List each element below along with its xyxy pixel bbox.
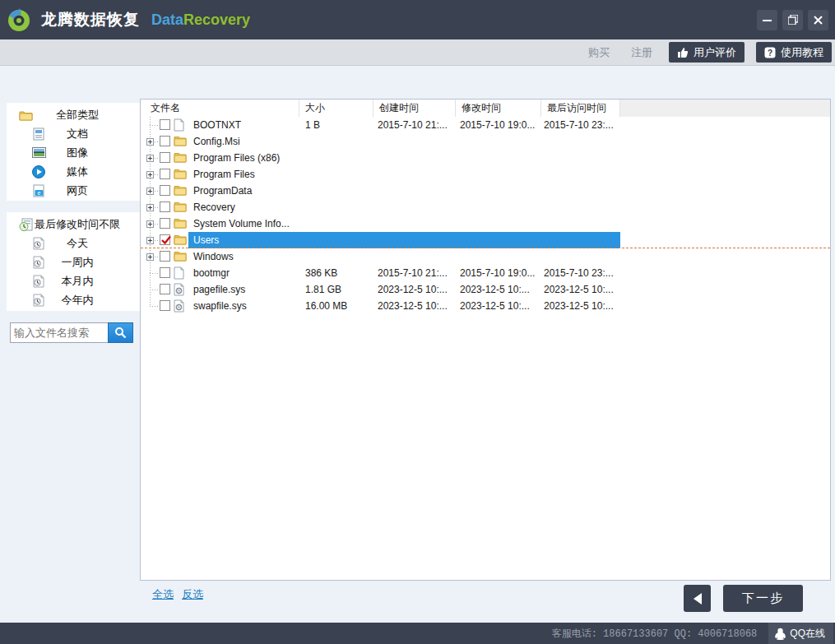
time-filter-item[interactable]: 一周内 <box>7 253 140 271</box>
expand-plus-icon[interactable] <box>146 204 154 211</box>
folder-yellow-icon <box>18 108 33 123</box>
row-name[interactable]: ProgramData <box>191 183 254 199</box>
back-button[interactable] <box>684 585 711 612</box>
row-name[interactable]: Program Files <box>191 166 257 183</box>
row-name[interactable]: Config.Msi <box>191 133 243 150</box>
time-filter-item[interactable]: 最后修改时间不限 <box>7 215 140 234</box>
expand-plus-icon[interactable] <box>146 237 154 244</box>
qq-online-button[interactable]: QQ在线 <box>768 623 833 644</box>
folder-icon <box>174 250 187 263</box>
brand-title: DataRecovery <box>151 12 250 29</box>
row-name[interactable]: Windows <box>191 248 236 265</box>
row-name[interactable]: swapfile.sys <box>191 298 249 314</box>
folder-icon <box>174 168 187 181</box>
type-filter-label: 图像 <box>7 146 140 160</box>
expand-plus-icon[interactable] <box>146 253 154 261</box>
row-accessed: 2023-12-5 10:... <box>544 298 614 314</box>
register-link[interactable]: 注册 <box>626 45 657 60</box>
row-checkbox[interactable] <box>160 169 170 179</box>
table-row[interactable]: swapfile.sys16.00 MB2023-12-5 10:...2023… <box>141 298 830 314</box>
select-all-link[interactable]: 全选 <box>152 587 174 602</box>
column-header[interactable]: 大小 <box>299 100 373 117</box>
row-checkbox[interactable] <box>160 202 170 212</box>
close-button[interactable] <box>808 10 828 30</box>
window-controls <box>757 10 828 30</box>
column-header[interactable]: 创建时间 <box>373 100 456 117</box>
column-header[interactable]: 最后访问时间 <box>541 100 620 117</box>
type-filter-label: 媒体 <box>7 164 140 179</box>
row-checkbox[interactable] <box>160 218 170 229</box>
expand-plus-icon[interactable] <box>146 188 154 195</box>
row-checkbox[interactable] <box>160 267 170 278</box>
time-filter-item[interactable]: 今年内 <box>7 290 140 309</box>
row-name[interactable]: pagefile.sys <box>191 281 248 298</box>
type-filter-item[interactable]: 图像 <box>7 143 140 162</box>
time-filter-item[interactable]: 本月内 <box>7 271 140 290</box>
row-accessed: 2015-7-10 23:... <box>544 265 614 281</box>
next-step-button[interactable]: 下一步 <box>723 585 803 612</box>
file-icon <box>174 266 187 280</box>
folder-icon <box>174 151 187 164</box>
image-icon <box>31 146 46 160</box>
row-name[interactable]: Program Files (x86) <box>191 150 282 166</box>
column-header[interactable]: 文件名 <box>141 100 299 117</box>
column-header[interactable]: 修改时间 <box>456 100 541 117</box>
user-review-button[interactable]: 用户评价 <box>669 42 745 63</box>
search-button[interactable] <box>108 322 133 343</box>
table-row[interactable]: Config.Msi <box>141 133 830 150</box>
time-filter-label: 一周内 <box>7 255 140 270</box>
row-checkbox[interactable] <box>160 284 170 294</box>
folder-icon <box>174 201 187 214</box>
row-name[interactable]: BOOTNXT <box>191 117 244 133</box>
app-title: 龙腾数据恢复 <box>41 9 140 30</box>
invert-selection-link[interactable]: 反选 <box>182 587 203 602</box>
row-checkbox[interactable] <box>160 251 170 262</box>
tutorial-label: 使用教程 <box>781 45 823 60</box>
expand-plus-icon[interactable] <box>146 155 154 162</box>
type-filter-item[interactable]: e网页 <box>7 181 140 200</box>
table-row[interactable]: ProgramData <box>141 183 830 199</box>
sysfile-icon <box>174 299 187 313</box>
type-filter-item[interactable]: 全部类型 <box>7 105 140 124</box>
expand-plus-icon[interactable] <box>146 171 154 178</box>
table-row[interactable]: pagefile.sys1.81 GB2023-12-5 10:...2023-… <box>141 281 830 298</box>
file-tree-list: BOOTNXT1 B2015-7-10 21:...2015-7-10 19:0… <box>141 117 830 314</box>
table-row[interactable]: BOOTNXT1 B2015-7-10 21:...2015-7-10 19:0… <box>141 117 830 133</box>
table-row[interactable]: System Volume Info... <box>141 215 830 232</box>
row-checkbox[interactable] <box>160 119 170 130</box>
table-row[interactable]: Program Files <box>141 166 830 183</box>
table-row[interactable]: Recovery <box>141 199 830 215</box>
folder-icon <box>174 234 187 247</box>
row-name[interactable]: bootmgr <box>191 265 232 281</box>
row-checkbox[interactable] <box>160 300 170 311</box>
table-row[interactable]: Program Files (x86) <box>141 150 830 166</box>
row-modified: 2015-7-10 19:0... <box>460 265 535 281</box>
row-size: 1.81 GB <box>305 281 341 298</box>
expand-plus-icon[interactable] <box>146 138 154 146</box>
document-icon <box>31 127 46 141</box>
table-row[interactable]: bootmgr386 KB2015-7-10 21:...2015-7-10 1… <box>141 265 830 281</box>
type-filter-item[interactable]: 文档 <box>7 124 140 143</box>
row-checkbox[interactable] <box>160 136 170 146</box>
row-checkbox[interactable] <box>160 185 170 196</box>
table-row[interactable]: Windows <box>141 248 830 265</box>
minimize-button[interactable] <box>757 10 777 30</box>
user-review-label: 用户评价 <box>694 45 736 60</box>
row-checkbox[interactable] <box>160 234 170 245</box>
expand-plus-icon[interactable] <box>146 220 154 228</box>
row-name[interactable]: Users <box>191 232 221 248</box>
time-filter-label: 今年内 <box>7 293 140 308</box>
tutorial-button[interactable]: ? 使用教程 <box>756 42 832 63</box>
table-row[interactable]: Users <box>141 232 830 248</box>
row-name[interactable]: Recovery <box>191 199 238 215</box>
column-header-filler <box>620 100 830 117</box>
qq-penguin-icon <box>775 628 786 640</box>
type-filter-item[interactable]: 媒体 <box>7 162 140 181</box>
type-filter-label: 网页 <box>7 183 140 198</box>
time-filter-item[interactable]: 今天 <box>7 234 140 253</box>
search-input[interactable] <box>10 322 108 343</box>
row-name[interactable]: System Volume Info... <box>191 215 292 232</box>
row-checkbox[interactable] <box>160 152 170 163</box>
restore-button[interactable] <box>782 10 803 30</box>
buy-link[interactable]: 购买 <box>583 45 615 60</box>
